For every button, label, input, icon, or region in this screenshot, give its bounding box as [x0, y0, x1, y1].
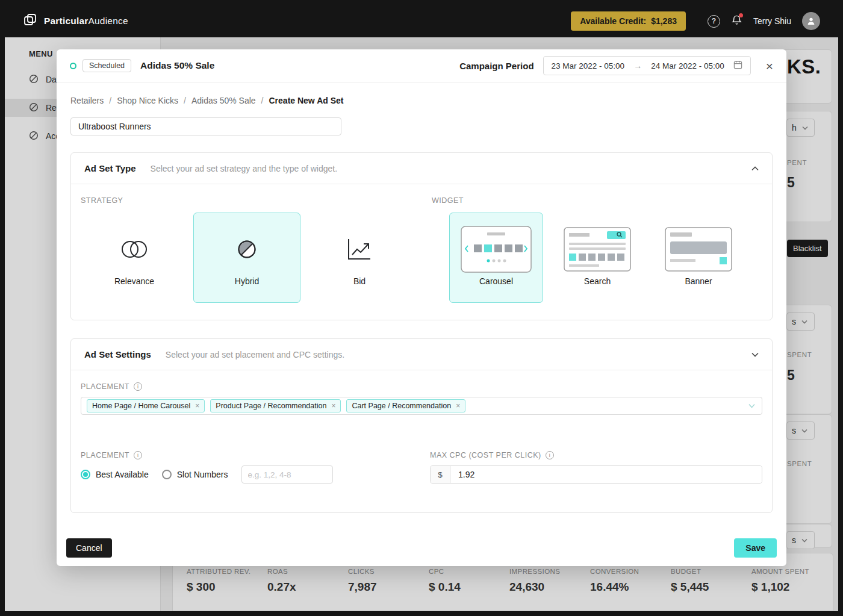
brand-name-light: Audience [89, 16, 128, 26]
relevance-icon [117, 229, 152, 269]
breadcrumb-shop-nice-kicks[interactable]: Shop Nice Kicks [117, 96, 178, 105]
date-start[interactable]: 23 Mar 2022 - 05:00 [552, 61, 625, 70]
radio-best-available[interactable] [81, 470, 90, 479]
modal-body: Retailers / Shop Nice Kicks / Adidas 50%… [57, 82, 786, 530]
brand-name-bold: Particular [44, 16, 89, 26]
radio-slot-numbers[interactable] [162, 470, 172, 479]
remove-tag-button[interactable]: × [331, 402, 335, 409]
placement-label: PLACEMENT [81, 382, 129, 391]
collapse-ad-set-settings-button[interactable] [751, 352, 759, 357]
campaign-period-input[interactable]: 23 Mar 2022 - 05:00 → 24 Mar 2022 - 05:0… [543, 56, 751, 75]
placement-tag: Product Page / Recommendation × [210, 399, 341, 412]
strategy-label: STRATEGY [81, 196, 413, 205]
info-icon: i [134, 451, 142, 459]
info-icon: i [134, 382, 142, 391]
banner-widget-icon [665, 229, 732, 269]
strategy-column: STRATEGY Relevance [81, 196, 413, 303]
widget-option-label: Search [584, 276, 611, 286]
strategy-option-bid[interactable]: Bid [306, 213, 413, 303]
slot-placement-label: PLACEMENT [81, 451, 129, 459]
widget-option-carousel[interactable]: Carousel [449, 213, 543, 303]
placement-tag-label: Home Page / Home Carousel [92, 402, 190, 410]
breadcrumb-separator: / [109, 96, 111, 105]
create-ad-set-modal: Scheduled Adidas 50% Sale Campaign Perio… [57, 49, 786, 566]
breadcrumb-separator: / [261, 96, 264, 105]
carousel-widget-icon [461, 229, 532, 269]
strategy-option-relevance[interactable]: Relevance [81, 213, 188, 303]
ad-set-settings-header: Ad Set Settings Select your ad set place… [71, 339, 772, 370]
modal-footer: Cancel Save [57, 530, 786, 566]
close-button[interactable]: × [766, 60, 773, 72]
strategy-option-label: Hybrid [235, 276, 259, 286]
placement-multiselect[interactable]: Home Page / Home Carousel × Product Page… [81, 397, 762, 415]
currency-prefix: $ [431, 466, 450, 483]
widget-option-label: Banner [685, 276, 712, 286]
ad-set-settings-card: Ad Set Settings Select your ad set place… [70, 338, 773, 513]
radio-best-available-label[interactable]: Best Available [96, 470, 149, 479]
arrow-right-icon: → [633, 61, 642, 70]
max-cpc-group: MAX CPC (COST PER CLICK) i $ [430, 451, 762, 484]
breadcrumb-adidas-sale[interactable]: Adidas 50% Sale [191, 96, 256, 105]
ad-set-settings-subtitle: Select your ad set placement and CPC set… [166, 350, 344, 359]
calendar-icon [733, 60, 742, 71]
date-end[interactable]: 24 Mar 2022 - 05:00 [651, 61, 724, 70]
bid-icon [346, 229, 373, 269]
search-widget-icon [564, 229, 631, 269]
save-button[interactable]: Save [734, 538, 777, 558]
widget-option-label: Carousel [479, 276, 513, 286]
chevron-up-icon [751, 166, 759, 171]
cancel-button[interactable]: Cancel [66, 538, 112, 558]
breadcrumb-separator: / [184, 96, 186, 105]
widget-label: WIDGET [432, 196, 762, 205]
slot-numbers-input[interactable] [241, 465, 333, 484]
placement-tag: Cart Page / Recommendation × [346, 399, 465, 412]
workspace: MENU Dashboard Retailers Acc [5, 37, 838, 611]
ad-set-type-title: Ad Set Type [84, 163, 136, 173]
breadcrumb-current: Create New Ad Set [269, 96, 344, 105]
placement-tag: Home Page / Home Carousel × [87, 399, 205, 412]
credit-badge: Available Credit: $1,283 [571, 11, 686, 31]
strategy-option-label: Bid [353, 276, 366, 286]
widget-column: WIDGET [432, 196, 762, 303]
help-icon: ? [708, 15, 720, 28]
ad-set-name-input[interactable] [70, 117, 341, 135]
help-button[interactable]: ? [708, 15, 720, 28]
radio-slot-numbers-label[interactable]: Slot Numbers [177, 470, 228, 479]
slot-placement-group: PLACEMENT i Best Available Slot Numbers [81, 451, 430, 484]
credit-value: $1,283 [651, 16, 677, 26]
strategy-option-label: Relevance [114, 276, 154, 286]
widget-option-banner[interactable]: Banner [652, 213, 745, 303]
notifications-button[interactable] [731, 14, 742, 28]
breadcrumb-retailers[interactable]: Retailers [70, 96, 104, 105]
user-name: Terry Shiu [753, 16, 791, 26]
modal-header: Scheduled Adidas 50% Sale Campaign Perio… [57, 49, 786, 82]
remove-tag-button[interactable]: × [456, 402, 460, 409]
user-avatar[interactable] [802, 12, 820, 30]
brand: ParticularAudience [23, 13, 128, 30]
campaign-period-label: Campaign Period [459, 61, 533, 71]
info-icon: i [546, 451, 554, 459]
person-icon [806, 16, 816, 26]
status-dot [70, 63, 76, 69]
collapse-ad-set-type-button[interactable] [751, 166, 759, 171]
ad-set-type-header: Ad Set Type Select your ad set strategy … [71, 153, 772, 184]
ad-set-settings-title: Ad Set Settings [84, 349, 151, 359]
notification-dot [739, 13, 743, 17]
chevron-down-icon [751, 352, 759, 357]
max-cpc-field: $ [430, 465, 762, 484]
hybrid-icon [235, 229, 258, 269]
max-cpc-input[interactable] [450, 466, 762, 483]
breadcrumb: Retailers / Shop Nice Kicks / Adidas 50%… [70, 96, 773, 105]
placement-tag-label: Cart Page / Recommendation [352, 402, 451, 410]
credit-label: Available Credit: [580, 16, 646, 26]
ad-set-type-card: Ad Set Type Select your ad set strategy … [70, 152, 773, 320]
chevron-down-icon [748, 403, 755, 408]
max-cpc-label: MAX CPC (COST PER CLICK) [430, 451, 541, 459]
placement-tag-label: Product Page / Recommendation [216, 402, 326, 410]
brand-logo-icon [23, 13, 37, 30]
strategy-option-hybrid[interactable]: Hybrid [193, 213, 300, 303]
campaign-title: Adidas 50% Sale [140, 60, 214, 71]
widget-option-search[interactable]: Search [550, 213, 644, 303]
remove-tag-button[interactable]: × [195, 402, 199, 409]
top-navbar: ParticularAudience Available Credit: $1,… [5, 5, 838, 37]
